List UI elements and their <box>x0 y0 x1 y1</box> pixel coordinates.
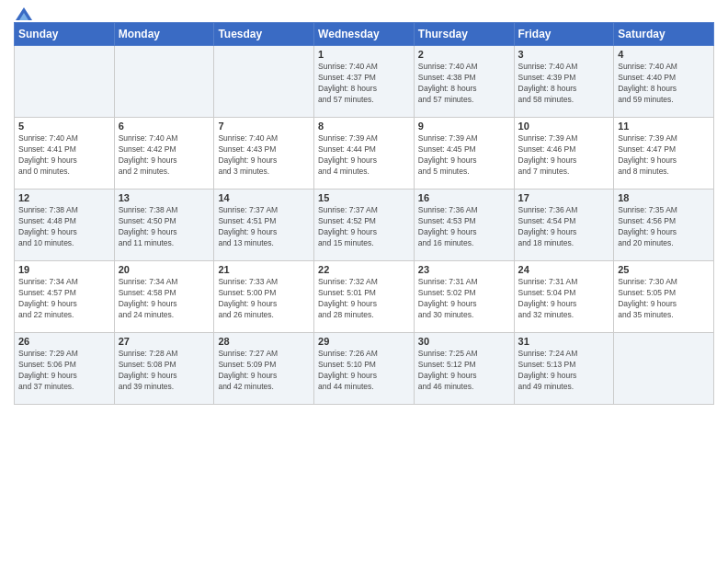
day-number: 6 <box>119 121 210 132</box>
day-number: 8 <box>318 121 410 132</box>
calendar-cell <box>114 46 214 118</box>
calendar-cell: 11Sunrise: 7:39 AM Sunset: 4:47 PM Dayli… <box>614 118 714 190</box>
calendar-cell: 14Sunrise: 7:37 AM Sunset: 4:51 PM Dayli… <box>214 190 314 261</box>
calendar-cell: 1Sunrise: 7:40 AM Sunset: 4:37 PM Daylig… <box>314 46 415 118</box>
day-number: 24 <box>518 264 610 275</box>
day-number: 14 <box>218 192 310 203</box>
calendar-cell: 24Sunrise: 7:31 AM Sunset: 5:04 PM Dayli… <box>514 261 614 333</box>
day-number: 1 <box>318 49 410 60</box>
calendar-cell: 26Sunrise: 7:29 AM Sunset: 5:06 PM Dayli… <box>15 333 115 405</box>
day-number: 26 <box>18 336 110 347</box>
day-info: Sunrise: 7:33 AM Sunset: 5:00 PM Dayligh… <box>218 277 310 321</box>
day-number: 11 <box>618 121 710 132</box>
day-number: 4 <box>618 49 710 60</box>
day-info: Sunrise: 7:39 AM Sunset: 4:45 PM Dayligh… <box>418 133 510 178</box>
day-info: Sunrise: 7:38 AM Sunset: 4:50 PM Dayligh… <box>119 205 210 249</box>
day-number: 19 <box>18 264 110 275</box>
day-info: Sunrise: 7:26 AM Sunset: 5:10 PM Dayligh… <box>318 349 410 393</box>
calendar-cell: 12Sunrise: 7:38 AM Sunset: 4:48 PM Dayli… <box>15 190 115 261</box>
calendar-cell: 9Sunrise: 7:39 AM Sunset: 4:45 PM Daylig… <box>414 118 514 190</box>
day-info: Sunrise: 7:24 AM Sunset: 5:13 PM Dayligh… <box>518 349 610 393</box>
calendar-cell: 27Sunrise: 7:28 AM Sunset: 5:08 PM Dayli… <box>114 333 214 405</box>
calendar-cell: 29Sunrise: 7:26 AM Sunset: 5:10 PM Dayli… <box>314 333 415 405</box>
calendar-cell: 19Sunrise: 7:34 AM Sunset: 4:57 PM Dayli… <box>15 261 115 333</box>
calendar-week-3: 12Sunrise: 7:38 AM Sunset: 4:48 PM Dayli… <box>15 190 714 261</box>
calendar-cell: 8Sunrise: 7:39 AM Sunset: 4:44 PM Daylig… <box>314 118 415 190</box>
day-number: 28 <box>218 336 310 347</box>
day-info: Sunrise: 7:40 AM Sunset: 4:37 PM Dayligh… <box>318 62 410 106</box>
day-info: Sunrise: 7:40 AM Sunset: 4:38 PM Dayligh… <box>418 62 510 106</box>
calendar-table: SundayMondayTuesdayWednesdayThursdayFrid… <box>14 22 714 405</box>
header <box>14 9 714 17</box>
day-info: Sunrise: 7:37 AM Sunset: 4:52 PM Dayligh… <box>318 205 410 249</box>
day-number: 17 <box>518 192 610 203</box>
calendar-cell: 4Sunrise: 7:40 AM Sunset: 4:40 PM Daylig… <box>614 46 714 118</box>
day-info: Sunrise: 7:40 AM Sunset: 4:42 PM Dayligh… <box>119 133 210 178</box>
day-info: Sunrise: 7:39 AM Sunset: 4:46 PM Dayligh… <box>518 133 610 178</box>
day-number: 2 <box>418 49 510 60</box>
logo-icon <box>16 7 32 20</box>
calendar-cell: 7Sunrise: 7:40 AM Sunset: 4:43 PM Daylig… <box>214 118 314 190</box>
day-info: Sunrise: 7:40 AM Sunset: 4:41 PM Dayligh… <box>18 133 110 178</box>
calendar-cell <box>15 46 115 118</box>
day-info: Sunrise: 7:40 AM Sunset: 4:39 PM Dayligh… <box>518 62 610 106</box>
day-number: 18 <box>618 192 710 203</box>
calendar-cell: 30Sunrise: 7:25 AM Sunset: 5:12 PM Dayli… <box>414 333 514 405</box>
calendar-cell: 3Sunrise: 7:40 AM Sunset: 4:39 PM Daylig… <box>514 46 614 118</box>
day-number: 22 <box>318 264 410 275</box>
calendar-week-4: 19Sunrise: 7:34 AM Sunset: 4:57 PM Dayli… <box>15 261 714 333</box>
day-number: 7 <box>218 121 310 132</box>
calendar-cell: 16Sunrise: 7:36 AM Sunset: 4:53 PM Dayli… <box>414 190 514 261</box>
day-number: 29 <box>318 336 410 347</box>
day-number: 9 <box>418 121 510 132</box>
calendar-cell: 13Sunrise: 7:38 AM Sunset: 4:50 PM Dayli… <box>114 190 214 261</box>
day-info: Sunrise: 7:31 AM Sunset: 5:02 PM Dayligh… <box>418 277 510 321</box>
calendar-cell: 25Sunrise: 7:30 AM Sunset: 5:05 PM Dayli… <box>614 261 714 333</box>
day-info: Sunrise: 7:30 AM Sunset: 5:05 PM Dayligh… <box>618 277 710 321</box>
calendar-cell: 28Sunrise: 7:27 AM Sunset: 5:09 PM Dayli… <box>214 333 314 405</box>
calendar-cell: 6Sunrise: 7:40 AM Sunset: 4:42 PM Daylig… <box>114 118 214 190</box>
calendar-header-monday: Monday <box>114 23 214 46</box>
day-number: 13 <box>119 192 210 203</box>
calendar-cell: 22Sunrise: 7:32 AM Sunset: 5:01 PM Dayli… <box>314 261 415 333</box>
day-info: Sunrise: 7:28 AM Sunset: 5:08 PM Dayligh… <box>119 349 210 393</box>
logo <box>14 9 32 17</box>
day-info: Sunrise: 7:25 AM Sunset: 5:12 PM Dayligh… <box>418 349 510 393</box>
day-info: Sunrise: 7:36 AM Sunset: 4:54 PM Dayligh… <box>518 205 610 249</box>
day-info: Sunrise: 7:38 AM Sunset: 4:48 PM Dayligh… <box>18 205 110 249</box>
day-number: 15 <box>318 192 410 203</box>
day-info: Sunrise: 7:29 AM Sunset: 5:06 PM Dayligh… <box>18 349 110 393</box>
day-info: Sunrise: 7:34 AM Sunset: 4:58 PM Dayligh… <box>119 277 210 321</box>
calendar-week-2: 5Sunrise: 7:40 AM Sunset: 4:41 PM Daylig… <box>15 118 714 190</box>
calendar-header-thursday: Thursday <box>414 23 514 46</box>
calendar-cell: 5Sunrise: 7:40 AM Sunset: 4:41 PM Daylig… <box>15 118 115 190</box>
calendar-header-friday: Friday <box>514 23 614 46</box>
day-number: 3 <box>518 49 610 60</box>
day-number: 20 <box>119 264 210 275</box>
day-number: 12 <box>18 192 110 203</box>
calendar-header-wednesday: Wednesday <box>314 23 415 46</box>
calendar-cell: 21Sunrise: 7:33 AM Sunset: 5:00 PM Dayli… <box>214 261 314 333</box>
calendar-cell: 10Sunrise: 7:39 AM Sunset: 4:46 PM Dayli… <box>514 118 614 190</box>
calendar-cell: 2Sunrise: 7:40 AM Sunset: 4:38 PM Daylig… <box>414 46 514 118</box>
day-info: Sunrise: 7:37 AM Sunset: 4:51 PM Dayligh… <box>218 205 310 249</box>
calendar-cell: 20Sunrise: 7:34 AM Sunset: 4:58 PM Dayli… <box>114 261 214 333</box>
calendar-cell <box>214 46 314 118</box>
calendar-header-tuesday: Tuesday <box>214 23 314 46</box>
day-number: 16 <box>418 192 510 203</box>
calendar-week-1: 1Sunrise: 7:40 AM Sunset: 4:37 PM Daylig… <box>15 46 714 118</box>
day-info: Sunrise: 7:36 AM Sunset: 4:53 PM Dayligh… <box>418 205 510 249</box>
day-number: 21 <box>218 264 310 275</box>
calendar-week-5: 26Sunrise: 7:29 AM Sunset: 5:06 PM Dayli… <box>15 333 714 405</box>
day-number: 10 <box>518 121 610 132</box>
page-container: SundayMondayTuesdayWednesdayThursdayFrid… <box>0 0 728 563</box>
calendar-cell: 31Sunrise: 7:24 AM Sunset: 5:13 PM Dayli… <box>514 333 614 405</box>
day-info: Sunrise: 7:40 AM Sunset: 4:40 PM Dayligh… <box>618 62 710 106</box>
calendar-header-sunday: Sunday <box>15 23 115 46</box>
day-number: 31 <box>518 336 610 347</box>
calendar-cell: 17Sunrise: 7:36 AM Sunset: 4:54 PM Dayli… <box>514 190 614 261</box>
day-number: 30 <box>418 336 510 347</box>
day-info: Sunrise: 7:32 AM Sunset: 5:01 PM Dayligh… <box>318 277 410 321</box>
day-number: 27 <box>119 336 210 347</box>
calendar-cell: 18Sunrise: 7:35 AM Sunset: 4:56 PM Dayli… <box>614 190 714 261</box>
